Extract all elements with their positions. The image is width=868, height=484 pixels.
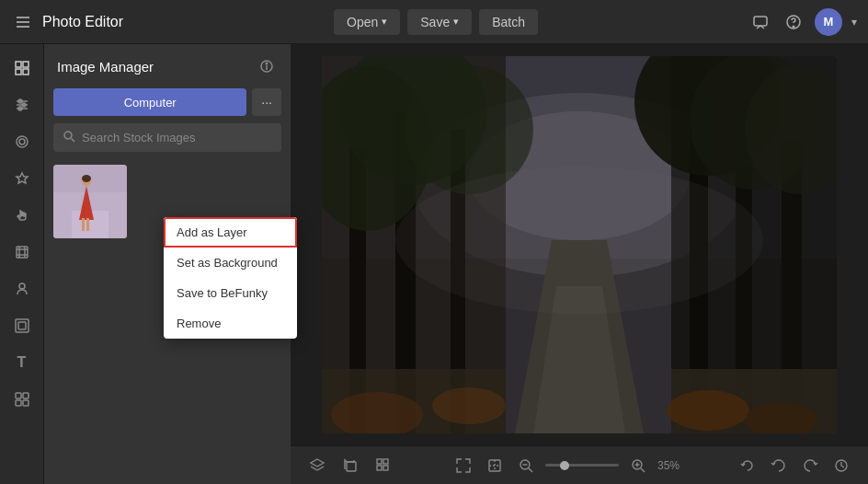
zoom-in-button[interactable] xyxy=(626,454,650,478)
panel-header: Image Manager xyxy=(44,44,291,88)
history-button[interactable] xyxy=(829,454,853,478)
svg-rect-9 xyxy=(23,69,29,75)
search-bar[interactable]: Search Stock Images xyxy=(53,123,281,152)
bottom-center-tools: 35% xyxy=(451,454,680,478)
svg-rect-73 xyxy=(383,459,388,464)
svg-rect-7 xyxy=(23,62,29,67)
grid-view-button[interactable] xyxy=(371,454,395,478)
svg-rect-24 xyxy=(16,319,29,332)
adjust-tool-button[interactable] xyxy=(6,88,39,121)
open-button[interactable]: Open ▾ xyxy=(334,9,400,35)
svg-point-5 xyxy=(793,26,794,28)
bottom-right-tools xyxy=(736,454,853,478)
rotate-left-button[interactable] xyxy=(736,454,760,478)
text-tool-button[interactable]: T xyxy=(6,346,39,379)
svg-rect-25 xyxy=(18,322,26,329)
svg-point-69 xyxy=(395,167,763,314)
header-left: Photo Editor xyxy=(11,10,123,34)
crop-tool-button[interactable] xyxy=(6,236,39,269)
batch-button[interactable]: Batch xyxy=(479,9,538,35)
save-to-befunky-item[interactable]: Save to BeFunky xyxy=(164,278,297,308)
zoom-level: 35% xyxy=(657,459,680,472)
image-thumbnail[interactable] xyxy=(53,165,127,238)
effects-tool-button[interactable] xyxy=(6,125,39,158)
save-button[interactable]: Save ▾ xyxy=(407,9,472,35)
undo-button[interactable] xyxy=(767,454,791,478)
bottom-toolbar: 35% xyxy=(291,445,868,484)
svg-rect-29 xyxy=(16,400,21,406)
svg-rect-27 xyxy=(23,400,29,406)
menu-button[interactable] xyxy=(11,10,35,34)
svg-rect-72 xyxy=(377,459,382,464)
svg-rect-6 xyxy=(16,62,21,67)
svg-point-13 xyxy=(22,103,26,107)
canvas-area: 35% xyxy=(291,44,868,484)
panel-title: Image Manager xyxy=(57,59,154,75)
fit-screen-button[interactable] xyxy=(451,454,475,478)
people-tool-button[interactable] xyxy=(6,272,39,305)
svg-point-32 xyxy=(266,63,268,64)
svg-rect-40 xyxy=(82,218,85,231)
svg-rect-74 xyxy=(377,466,382,470)
svg-line-34 xyxy=(72,139,75,143)
svg-point-23 xyxy=(19,283,25,289)
svg-rect-18 xyxy=(17,247,28,258)
svg-rect-8 xyxy=(16,69,21,75)
svg-line-81 xyxy=(529,468,532,472)
svg-rect-41 xyxy=(86,218,89,231)
canvas-container[interactable] xyxy=(291,44,868,445)
header: Photo Editor Open ▾ Save ▾ Batch M ▾ xyxy=(0,0,868,44)
computer-tab[interactable]: Computer xyxy=(53,88,246,116)
grid-tool-button[interactable] xyxy=(6,52,39,85)
chat-icon-button[interactable] xyxy=(748,10,772,34)
add-as-layer-item[interactable]: Add as Layer xyxy=(164,217,297,248)
avatar-chevron-icon[interactable]: ▾ xyxy=(851,16,857,29)
svg-line-85 xyxy=(641,468,645,472)
layers-button[interactable] xyxy=(305,454,329,478)
search-icon xyxy=(63,130,75,145)
redo-button[interactable] xyxy=(798,454,822,478)
svg-point-66 xyxy=(432,387,506,424)
duplicate-button[interactable] xyxy=(338,454,362,478)
touch-tool-button[interactable] xyxy=(6,199,39,232)
svg-marker-70 xyxy=(311,459,324,467)
graphics-tool-button[interactable] xyxy=(6,383,39,416)
zoom-thumb xyxy=(560,461,569,470)
set-as-background-item[interactable]: Set as Background xyxy=(164,248,297,278)
resize-button[interactable] xyxy=(483,454,507,478)
svg-point-42 xyxy=(82,175,91,182)
help-icon-button[interactable] xyxy=(782,10,805,34)
remove-item[interactable]: Remove xyxy=(164,308,297,339)
svg-rect-26 xyxy=(16,393,21,398)
panel-tabs: Computer ··· xyxy=(44,88,291,123)
svg-point-11 xyxy=(18,99,22,103)
context-menu: Add as Layer Set as Background Save to B… xyxy=(164,217,297,339)
avatar[interactable]: M xyxy=(815,8,842,36)
bottom-left-tools xyxy=(305,454,395,478)
info-button[interactable] xyxy=(256,55,278,77)
zoom-slider[interactable] xyxy=(545,464,619,467)
svg-rect-3 xyxy=(754,17,767,26)
main: T Image Manager Computer ··· xyxy=(0,44,868,484)
svg-rect-71 xyxy=(347,462,356,471)
header-right: M ▾ xyxy=(748,8,857,36)
svg-rect-28 xyxy=(23,393,29,398)
tools-sidebar: T xyxy=(0,44,44,484)
svg-rect-75 xyxy=(383,466,388,470)
zoom-out-button[interactable] xyxy=(514,454,538,478)
art-tool-button[interactable] xyxy=(6,162,39,195)
svg-point-33 xyxy=(64,132,72,139)
svg-point-15 xyxy=(18,107,22,110)
svg-point-67 xyxy=(667,390,749,431)
svg-point-16 xyxy=(17,136,28,147)
more-tab[interactable]: ··· xyxy=(252,88,281,116)
header-center: Open ▾ Save ▾ Batch xyxy=(123,9,748,35)
app-title: Photo Editor xyxy=(42,14,123,30)
canvas-image xyxy=(322,56,837,433)
image-manager-panel: Image Manager Computer ··· Search Stock … xyxy=(44,44,291,484)
search-label: Search Stock Images xyxy=(82,131,196,144)
frames-tool-button[interactable] xyxy=(6,309,39,342)
svg-point-17 xyxy=(19,139,25,144)
